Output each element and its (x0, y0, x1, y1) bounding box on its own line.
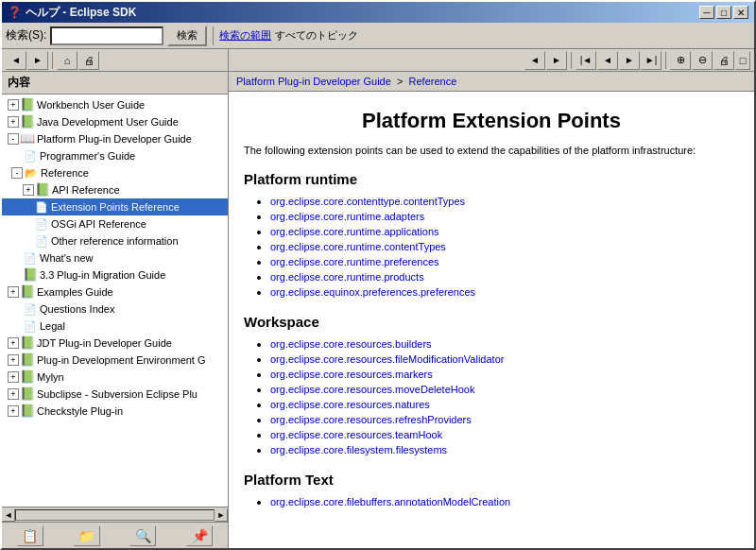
label-workbench: Workbench User Guide (37, 97, 145, 112)
tree-item-workbench[interactable]: + 📗 Workbench User Guide (2, 96, 228, 113)
list-item: org.eclipse.core.resources.builders (270, 337, 739, 351)
horizontal-scrollbar[interactable]: ◄ ► (2, 507, 228, 522)
search-button-footer[interactable]: 🔍 (129, 525, 156, 546)
label-checkstyle: Checkstyle Plug-in (37, 404, 123, 419)
minimize-button[interactable]: ─ (699, 6, 714, 19)
tree-item-jdt[interactable]: + 📗 JDT Plug-in Developer Guide (2, 335, 228, 352)
toggle-java[interactable]: + (8, 116, 19, 128)
content-separator-2 (665, 52, 666, 69)
link-applications[interactable]: org.eclipse.core.runtime.applications (270, 226, 439, 237)
scroll-right-button[interactable]: ► (215, 508, 228, 522)
tree-item-platform[interactable]: - 📖 Platform Plug-in Developer Guide (2, 130, 228, 147)
title-bar-icon: ❓ (8, 6, 22, 19)
list-item: org.eclipse.core.contenttype.contentType… (270, 195, 739, 208)
nav-back-button[interactable]: ◄ (6, 51, 26, 70)
link-teamhook[interactable]: org.eclipse.core.resources.teamHook (270, 429, 442, 440)
list-item: org.eclipse.core.runtime.applications (270, 225, 739, 238)
link-filemodvalidator[interactable]: org.eclipse.core.resources.fileModificat… (270, 353, 504, 365)
content-extra[interactable]: □ (735, 51, 750, 70)
search-button[interactable]: 検索 (167, 26, 207, 46)
breadcrumb-parent-link[interactable]: Platform Plug-in Developer Guide (236, 76, 391, 87)
tree-item-subclipse[interactable]: + 📗 Subclipse - Subversion Eclipse Plu (2, 386, 228, 403)
tree-item-mylyn[interactable]: + 📗 Mylyn (2, 369, 228, 386)
tree-item-java[interactable]: + 📗 Java Development User Guide (2, 113, 228, 130)
nav-separator-1 (52, 52, 53, 69)
link-annotation-model[interactable]: org.eclipse.core.filebuffers.annotationM… (270, 496, 510, 507)
tree-item-ext-points[interactable]: 📄 Extension Points Reference (2, 198, 228, 215)
book-icon-api: 📗 (35, 182, 50, 198)
content-nav-2[interactable]: ◄ (597, 51, 618, 70)
nav-forward-button[interactable]: ► (27, 51, 48, 70)
nav-print-button[interactable]: 🖨 (78, 51, 99, 70)
link-builders[interactable]: org.eclipse.core.resources.builders (270, 338, 432, 350)
toggle-api-ref[interactable]: + (23, 184, 34, 196)
scroll-track (15, 509, 215, 521)
tree-item-plugin-dev[interactable]: + 📗 Plug-in Development Environment G (2, 352, 228, 369)
label-osgi: OSGi API Reference (51, 216, 146, 232)
link-equinox-prefs[interactable]: org.eclipse.equinox.preferences.preferen… (270, 286, 475, 298)
content-zoom-out[interactable]: ⊖ (692, 51, 713, 70)
search-label: 検索(S): (6, 27, 46, 43)
tree-item-migration[interactable]: 📗 3.3 Plug-in Migration Guide (2, 266, 228, 284)
content-nav-1[interactable]: |◄ (576, 51, 596, 70)
link-refreshproviders[interactable]: org.eclipse.core.resources.refreshProvid… (270, 414, 472, 425)
tree-item-questions[interactable]: 📄 Questions Index (2, 301, 228, 318)
toggle-mylyn[interactable]: + (8, 371, 19, 383)
search-scope-link[interactable]: 検索の範囲 (219, 28, 271, 43)
title-bar: ❓ ヘルプ - Eclipse SDK ─ □ ✕ (2, 2, 754, 23)
tree-item-legal[interactable]: 📄 Legal (2, 318, 228, 335)
label-jdt: JDT Plug-in Developer Guide (37, 335, 172, 351)
list-item: org.eclipse.core.runtime.products (270, 270, 739, 284)
tree-item-osgi[interactable]: 📄 OSGi API Reference (2, 215, 228, 232)
toggle-checkstyle[interactable]: + (8, 405, 19, 417)
toggle-platform[interactable]: - (8, 133, 19, 145)
link-contenttype[interactable]: org.eclipse.core.contenttype.contentType… (270, 196, 465, 207)
maximize-button[interactable]: □ (716, 6, 731, 19)
tree-item-examples[interactable]: + 📗 Examples Guide (2, 284, 228, 301)
content-nav-4[interactable]: ►| (641, 51, 662, 70)
book-icon-jdt: 📗 (20, 335, 35, 351)
tree-item-api-ref[interactable]: + 📗 API Reference (2, 181, 228, 198)
search-input[interactable] (50, 26, 163, 45)
toggle-reference[interactable]: - (11, 167, 23, 179)
tree-item-reference[interactable]: - 📂 Reference (2, 164, 228, 181)
link-natures[interactable]: org.eclipse.core.resources.natures (270, 399, 430, 410)
toggle-workbench[interactable]: + (8, 99, 19, 111)
nav-home-button[interactable]: ⌂ (57, 51, 77, 70)
link-markers[interactable]: org.eclipse.core.resources.markers (270, 369, 433, 380)
link-adapters[interactable]: org.eclipse.core.runtime.adapters (270, 211, 424, 222)
index-button[interactable]: 📌 (186, 525, 213, 546)
close-button[interactable]: ✕ (733, 6, 748, 19)
label-whats-new: What's new (40, 250, 94, 266)
content-print[interactable]: 🖨 (713, 51, 734, 70)
toc-button[interactable]: 📋 (17, 525, 43, 546)
content-nav-3[interactable]: ► (619, 51, 640, 70)
toggle-examples[interactable]: + (8, 286, 19, 298)
toggle-plugin-dev[interactable]: + (8, 354, 19, 366)
label-platform: Platform Plug-in Developer Guide (37, 131, 192, 146)
list-item: org.eclipse.core.resources.moveDeleteHoo… (270, 383, 739, 396)
content-forward-button[interactable]: ► (546, 51, 567, 70)
link-filesystems[interactable]: org.eclipse.core.filesystem.filesystems (270, 444, 447, 455)
tree-item-whats-new[interactable]: 📄 What's new (2, 249, 228, 266)
link-preferences[interactable]: org.eclipse.core.runtime.preferences (270, 256, 439, 267)
link-products[interactable]: org.eclipse.core.runtime.products (270, 271, 424, 283)
tree-item-other-ref[interactable]: 📄 Other reference information (2, 232, 228, 249)
scroll-left-button[interactable]: ◄ (2, 508, 15, 522)
list-item: org.eclipse.core.runtime.adapters (270, 210, 739, 223)
breadcrumb-current-link[interactable]: Reference (409, 76, 457, 87)
toggle-subclipse[interactable]: + (8, 388, 19, 400)
book-open-icon-platform: 📖 (20, 131, 35, 146)
label-ext-points: Extension Points Reference (51, 199, 180, 215)
content-back-button[interactable]: ◄ (524, 51, 545, 70)
link-contenttypes[interactable]: org.eclipse.core.runtime.contentTypes (270, 241, 446, 252)
content-zoom-in[interactable]: ⊕ (670, 51, 691, 70)
toggle-jdt[interactable]: + (8, 337, 19, 349)
link-movedeletehook[interactable]: org.eclipse.core.resources.moveDeleteHoo… (270, 384, 474, 395)
bookmarks-button[interactable]: 📁 (74, 525, 100, 546)
sidebar-tree-container: + 📗 Workbench User Guide + 📗 Java Develo… (2, 95, 228, 507)
page-icon-programmer: 📄 (23, 148, 38, 163)
page-icon-other-ref: 📄 (34, 233, 49, 249)
tree-item-programmer[interactable]: 📄 Programmer's Guide (2, 147, 228, 164)
tree-item-checkstyle[interactable]: + 📗 Checkstyle Plug-in (2, 403, 228, 420)
